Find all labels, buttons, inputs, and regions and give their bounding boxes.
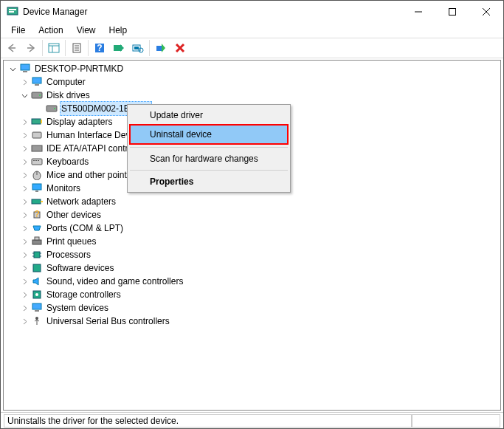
tree-item-storage[interactable]: Storage controllers xyxy=(4,288,500,301)
update-driver-button[interactable] xyxy=(109,39,128,57)
tree-label: Software devices xyxy=(45,261,115,275)
software-device-icon xyxy=(30,262,44,274)
toolbar: ? xyxy=(1,38,503,58)
svg-point-30 xyxy=(39,95,41,96)
svg-rect-34 xyxy=(41,120,42,123)
minimize-button[interactable] xyxy=(401,1,435,23)
enable-device-button[interactable] xyxy=(151,39,170,57)
mouse-icon xyxy=(30,169,44,181)
tree-label: Storage controllers xyxy=(45,288,122,301)
tree-label: Print queues xyxy=(45,235,97,248)
chevron-right-icon[interactable] xyxy=(18,225,30,232)
svg-rect-45 xyxy=(32,199,41,204)
titlebar: Device Manager xyxy=(1,1,503,23)
ctx-label: Properties xyxy=(150,176,193,187)
menu-file[interactable]: File xyxy=(5,24,31,37)
ctx-label: Update driver xyxy=(150,110,203,120)
close-button[interactable] xyxy=(469,1,503,23)
svg-rect-1 xyxy=(9,9,16,10)
device-tree: DESKTOP-PNRTMKD Computer Disk drives ST5… xyxy=(3,60,501,411)
display-adapter-icon xyxy=(30,116,44,128)
ctx-label: Scan for hardware changes xyxy=(150,154,258,164)
chevron-right-icon[interactable] xyxy=(18,119,30,126)
menu-help[interactable]: Help xyxy=(103,24,134,37)
properties-button[interactable] xyxy=(67,39,86,57)
svg-text:?: ? xyxy=(97,43,102,53)
tree-item-softdev[interactable]: Software devices xyxy=(4,261,500,275)
svg-rect-39 xyxy=(35,160,37,161)
app-icon xyxy=(7,6,18,18)
chevron-right-icon[interactable] xyxy=(18,318,30,325)
sound-icon xyxy=(30,275,44,287)
chevron-right-icon[interactable] xyxy=(18,252,30,258)
chevron-right-icon[interactable] xyxy=(18,212,30,219)
disk-drive-icon xyxy=(30,89,44,101)
tree-item-processors[interactable]: Processors xyxy=(4,248,500,261)
forward-button[interactable] xyxy=(21,39,41,57)
printer-icon xyxy=(30,236,44,247)
chevron-right-icon[interactable] xyxy=(18,292,30,298)
tree-item-disk-drives[interactable]: Disk drives xyxy=(4,89,500,102)
chevron-right-icon[interactable] xyxy=(18,238,30,245)
keyboard-icon xyxy=(30,156,44,168)
tree-item-computer[interactable]: Computer xyxy=(4,75,500,89)
tree-root[interactable]: DESKTOP-PNRTMKD xyxy=(4,62,500,75)
tree-item-usb[interactable]: Universal Serial Bus controllers xyxy=(4,315,500,328)
ctx-update-driver[interactable]: Update driver xyxy=(129,106,289,124)
ctx-label: Uninstall device xyxy=(150,129,212,140)
menubar: File Action View Help xyxy=(1,23,503,38)
svg-rect-22 xyxy=(156,46,162,51)
tree-item-sound[interactable]: Sound, video and game controllers xyxy=(4,275,500,288)
svg-rect-35 xyxy=(32,132,41,138)
svg-rect-51 xyxy=(34,252,40,258)
svg-point-32 xyxy=(54,108,55,109)
chevron-right-icon[interactable] xyxy=(18,199,30,205)
menu-action[interactable]: Action xyxy=(32,24,69,37)
svg-rect-26 xyxy=(23,71,27,72)
chevron-down-icon[interactable] xyxy=(7,66,18,72)
ctx-scan-hardware[interactable]: Scan for hardware changes xyxy=(129,150,289,168)
uninstall-device-button[interactable] xyxy=(170,39,190,57)
menu-view[interactable]: View xyxy=(71,24,102,37)
tree-item-network[interactable]: Network adapters xyxy=(4,195,500,208)
ctx-properties[interactable]: Properties xyxy=(129,173,289,191)
svg-rect-40 xyxy=(38,160,39,161)
chevron-right-icon[interactable] xyxy=(18,145,30,152)
chevron-right-icon[interactable] xyxy=(18,132,30,139)
hid-icon xyxy=(30,129,44,141)
chevron-right-icon[interactable] xyxy=(18,185,30,192)
tree-label: Sound, video and game controllers xyxy=(45,275,184,288)
tree-item-system[interactable]: System devices xyxy=(4,301,500,315)
tree-label: Ports (COM & LPT) xyxy=(45,222,125,235)
chevron-right-icon[interactable] xyxy=(18,278,30,285)
tree-label: Computer xyxy=(45,75,87,89)
ctx-uninstall-device[interactable]: Uninstall device xyxy=(129,124,289,145)
chevron-right-icon[interactable] xyxy=(18,265,30,272)
svg-rect-49 xyxy=(32,240,41,244)
ide-icon xyxy=(30,143,44,154)
svg-point-21 xyxy=(139,48,143,52)
tree-item-other[interactable]: ? Other devices xyxy=(4,208,500,222)
help-button[interactable]: ? xyxy=(90,39,109,57)
scan-hardware-button[interactable] xyxy=(128,39,148,57)
disk-drive-icon xyxy=(45,103,58,114)
svg-rect-4 xyxy=(449,9,456,16)
back-button[interactable] xyxy=(2,39,21,57)
svg-rect-25 xyxy=(21,64,30,70)
chevron-down-icon[interactable] xyxy=(18,92,30,99)
tree-item-ports[interactable]: Ports (COM & LPT) xyxy=(4,222,500,235)
show-hide-console-button[interactable] xyxy=(44,39,63,57)
status-cell xyxy=(412,414,500,428)
computer-icon xyxy=(18,63,32,75)
tree-label: Display adapters xyxy=(45,115,114,128)
chevron-right-icon[interactable] xyxy=(18,159,30,165)
tree-label: System devices xyxy=(45,301,110,315)
tree-label: DESKTOP-PNRTMKD xyxy=(33,62,125,75)
tree-item-printq[interactable]: Print queues xyxy=(4,235,500,248)
maximize-button[interactable] xyxy=(435,1,469,23)
chevron-right-icon[interactable] xyxy=(18,79,30,86)
svg-rect-60 xyxy=(35,310,39,312)
chevron-right-icon[interactable] xyxy=(18,305,30,312)
chevron-right-icon[interactable] xyxy=(18,172,30,179)
tree-label: Network adapters xyxy=(45,195,117,208)
